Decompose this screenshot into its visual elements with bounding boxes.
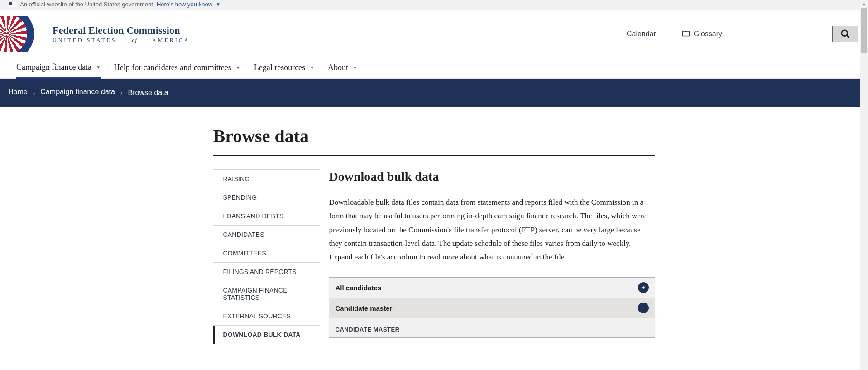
minus-icon (638, 303, 649, 313)
accordion-title: Candidate master (336, 304, 393, 312)
brand-sub-suffix: AMERICA (152, 37, 190, 43)
plus-icon (638, 282, 649, 293)
sidebar: RAISINGSPENDINGLOANS AND DEBTSCANDIDATES… (213, 169, 320, 344)
chevron-down-icon: ▼ (353, 65, 357, 70)
accordion-header[interactable]: Candidate master (329, 298, 655, 318)
search-input[interactable] (735, 26, 833, 42)
gov-banner-text: An official website of the United States… (20, 1, 153, 8)
scroll-up-button[interactable]: ▲ (860, 0, 868, 8)
calendar-link[interactable]: Calendar (627, 30, 656, 38)
search-button[interactable] (833, 26, 858, 42)
page-wrap: Browse data RAISINGSPENDINGLOANS AND DEB… (213, 107, 655, 344)
scrollbar[interactable]: ▲ (860, 0, 868, 344)
accordion-item: All candidates (329, 278, 655, 298)
accordion: All candidatesCandidate masterCANDIDATE … (329, 277, 655, 338)
brand-title: Federal Election Commission (53, 24, 190, 36)
section-heading: Download bulk data (329, 169, 655, 184)
glossary-label: Glossary (694, 30, 722, 38)
chevron-down-icon: ▼ (236, 65, 240, 70)
header-divider (669, 28, 669, 40)
main-column: Download bulk data Downloadable bulk dat… (329, 169, 655, 344)
brand-sub-of: of (132, 37, 137, 43)
accordion-body-heading: CANDIDATE MASTER (336, 326, 649, 333)
nav-item-label: Help for candidates and committees (114, 63, 231, 72)
gov-banner: An official website of the United States… (0, 0, 868, 10)
accordion-title: All candidates (336, 284, 382, 292)
nav-item[interactable]: Legal resources▼ (254, 58, 314, 78)
chevron-down-icon: ▼ (96, 65, 101, 70)
breadcrumb: Home › Campaign finance data › Browse da… (0, 79, 868, 107)
fec-seal[interactable] (0, 16, 45, 52)
breadcrumb-current: Browse data (128, 89, 168, 97)
accordion-header[interactable]: All candidates (329, 278, 655, 298)
chevron-down-icon: ▼ (310, 65, 314, 70)
main-nav: Campaign finance data▼Help for candidate… (0, 58, 868, 79)
nav-item[interactable]: Campaign finance data▼ (16, 58, 101, 79)
sidebar-item[interactable]: LOANS AND DEBTS (213, 207, 320, 226)
brand-subtitle: UNITED STATES —of— AMERICA (53, 37, 190, 44)
scroll-thumb[interactable] (861, 8, 867, 53)
chevron-down-icon: ▼ (216, 2, 221, 7)
svg-line-1 (846, 35, 849, 38)
sidebar-item[interactable]: SPENDING (213, 188, 320, 207)
glossary-link[interactable]: Glossary (682, 30, 722, 38)
svg-point-0 (841, 30, 847, 36)
sidebar-list: RAISINGSPENDINGLOANS AND DEBTSCANDIDATES… (213, 169, 320, 344)
nav-item-label: About (328, 63, 348, 72)
sidebar-item[interactable]: FILINGS AND REPORTS (213, 263, 320, 281)
accordion-item: Candidate masterCANDIDATE MASTER (329, 298, 655, 338)
brand-block[interactable]: Federal Election Commission UNITED STATE… (53, 24, 190, 44)
breadcrumb-sep: › (33, 89, 35, 96)
sidebar-item[interactable]: EXTERNAL SOURCES (213, 307, 320, 326)
brand-sub-prefix: UNITED STATES (53, 37, 116, 43)
header-right: Calendar Glossary (627, 26, 868, 42)
sidebar-item[interactable]: CAMPAIGN FINANCE STATISTICS (213, 281, 320, 307)
content-row: RAISINGSPENDINGLOANS AND DEBTSCANDIDATES… (213, 169, 655, 344)
sidebar-item[interactable]: DOWNLOAD BULK DATA (213, 326, 320, 344)
us-flag-icon (9, 2, 16, 7)
site-header: Federal Election Commission UNITED STATE… (0, 10, 868, 58)
nav-item-label: Campaign finance data (16, 62, 91, 72)
book-icon (682, 30, 690, 38)
gov-banner-link[interactable]: Here's how you know (157, 1, 212, 8)
page-title: Browse data (213, 125, 655, 156)
nav-item-label: Legal resources (254, 63, 305, 72)
breadcrumb-parent[interactable]: Campaign finance data (40, 88, 115, 97)
search-icon (840, 29, 850, 39)
breadcrumb-sep: › (120, 89, 123, 96)
sidebar-item[interactable]: RAISING (213, 170, 320, 188)
section-body: Downloadable bulk data files contain dat… (329, 196, 655, 264)
nav-item[interactable]: Help for candidates and committees▼ (114, 58, 240, 78)
nav-item[interactable]: About▼ (328, 58, 357, 78)
search-form (735, 26, 858, 42)
breadcrumb-home[interactable]: Home (8, 88, 28, 97)
sidebar-item[interactable]: COMMITTEES (213, 244, 320, 263)
accordion-body: CANDIDATE MASTER (329, 318, 655, 337)
sidebar-item[interactable]: CANDIDATES (213, 226, 320, 244)
